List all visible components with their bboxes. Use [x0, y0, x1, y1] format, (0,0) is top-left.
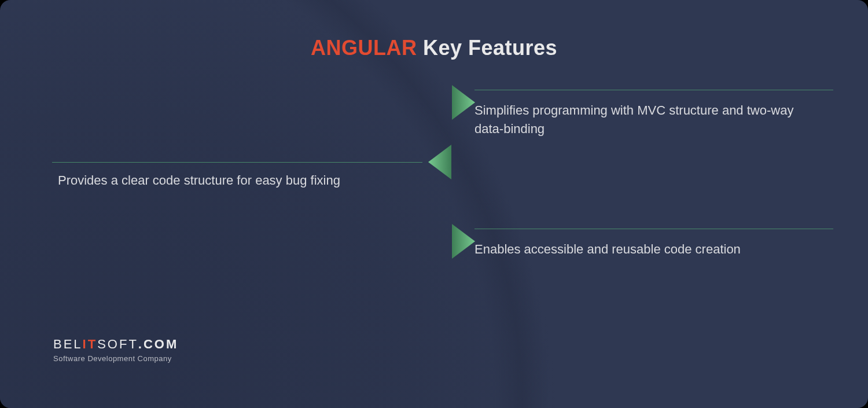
feature-diagram: Simplifies programming with MVC structur…: [52, 87, 833, 284]
feature-text: Provides a clear code structure for easy…: [58, 171, 411, 190]
feature-card: ANGULAR Key Features Simplifies programm…: [0, 0, 868, 408]
feature-line: [52, 162, 422, 163]
title-accent: ANGULAR: [311, 36, 417, 60]
feature-line: [475, 90, 833, 90]
svg-marker-0: [452, 85, 475, 120]
svg-marker-1: [428, 145, 451, 179]
feature-line: [475, 229, 833, 229]
logo-tagline: Software Development Company: [53, 354, 178, 363]
logo-part-3: SOFT: [97, 337, 138, 351]
brand-logo: BELITSOFT.COM Software Development Compa…: [53, 337, 178, 363]
svg-marker-2: [452, 224, 475, 259]
flag-icon: [426, 145, 454, 179]
flag-icon: [450, 85, 477, 120]
logo-part-2: IT: [83, 337, 98, 351]
feature-text: Simplifies programming with MVC structur…: [475, 101, 816, 138]
flag-icon: [450, 224, 477, 259]
logo-part-4: .COM: [138, 337, 178, 351]
logo-text: BELITSOFT.COM: [53, 337, 178, 352]
page-title: ANGULAR Key Features: [0, 36, 868, 60]
title-rest: Key Features: [417, 36, 557, 60]
feature-text: Enables accessible and reusable code cre…: [475, 240, 816, 259]
logo-part-1: BEL: [53, 337, 83, 351]
